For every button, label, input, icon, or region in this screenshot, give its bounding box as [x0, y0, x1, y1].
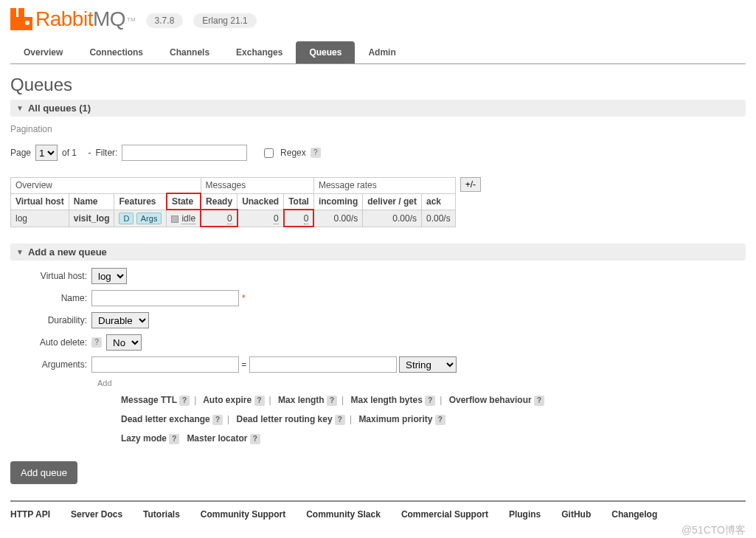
help-icon[interactable]: ? [425, 396, 435, 406]
col-deliver[interactable]: deliver / get [363, 193, 422, 210]
col-unacked[interactable]: Unacked [237, 193, 284, 210]
regex-checkbox[interactable] [264, 148, 274, 158]
page-of: of 1 [62, 148, 77, 158]
col-vhost[interactable]: Virtual host [11, 193, 69, 210]
logo[interactable]: RabbitMQ TM [10, 7, 136, 31]
col-features[interactable]: Features [114, 193, 167, 210]
name-input[interactable] [91, 290, 239, 306]
link-tutorials[interactable]: Tutorials [143, 509, 180, 520]
link-http-api[interactable]: HTTP API [10, 509, 50, 520]
argument-type-select[interactable]: String [399, 356, 457, 373]
link-changelog[interactable]: Changelog [611, 509, 657, 520]
page-title: Queues [10, 75, 746, 95]
hint-message-ttl[interactable]: Message TTL [121, 395, 177, 405]
hint-overflow[interactable]: Overflow behaviour [449, 395, 532, 405]
tab-channels[interactable]: Channels [156, 41, 223, 63]
hint-dlx[interactable]: Dead letter exchange [121, 414, 210, 424]
queues-table: Overview Messages Message rates Virtual … [10, 177, 456, 227]
col-state[interactable]: State [167, 193, 201, 210]
col-ready[interactable]: Ready [201, 193, 237, 210]
cell-ready: 0 [201, 210, 237, 227]
cell-vhost: log [11, 210, 69, 227]
arg-hints-row1: Message TTL ?| Auto expire ?| Max length… [121, 390, 746, 410]
link-commercial-support[interactable]: Commercial Support [401, 509, 488, 520]
cell-unacked: 0 [237, 210, 284, 227]
hint-auto-expire[interactable]: Auto expire [203, 395, 252, 405]
cell-ack: 0.00/s [421, 210, 455, 227]
logo-text: RabbitMQ [35, 7, 125, 31]
link-community-slack[interactable]: Community Slack [306, 509, 381, 520]
section-add-queue[interactable]: ▼ Add a new queue [10, 244, 746, 261]
link-server-docs[interactable]: Server Docs [71, 509, 122, 520]
help-icon[interactable]: ? [327, 396, 337, 406]
col-total[interactable]: Total [284, 193, 314, 210]
help-icon[interactable]: ? [435, 415, 445, 425]
argument-value-input[interactable] [249, 356, 397, 373]
col-group-overview: Overview [11, 178, 201, 194]
help-icon[interactable]: ? [534, 396, 544, 406]
col-incoming[interactable]: incoming [313, 193, 362, 210]
pagination-row: Page 1 of 1 - Filter: Regex ? [10, 145, 746, 161]
section-all-queues-label: All queues (1) [28, 103, 91, 114]
tab-overview[interactable]: Overview [10, 41, 76, 63]
cell-name[interactable]: visit_log [69, 210, 114, 227]
feature-args-badge[interactable]: Args [136, 213, 162, 224]
cell-incoming: 0.00/s [313, 210, 362, 227]
main-nav: Overview Connections Channels Exchanges … [10, 41, 746, 64]
col-name[interactable]: Name [69, 193, 114, 210]
help-icon[interactable]: ? [179, 396, 190, 406]
tab-exchanges[interactable]: Exchanges [223, 41, 296, 63]
add-queue-form: Virtual host: log Name: * Durability: Du… [10, 268, 746, 448]
page-label: Page [10, 148, 31, 158]
regex-label: Regex [280, 148, 306, 158]
section-add-queue-label: Add a new queue [28, 246, 107, 258]
autodelete-select[interactable]: No [106, 334, 142, 351]
hint-max-length[interactable]: Max length [278, 395, 325, 405]
hint-max-priority[interactable]: Maximum priority [358, 414, 432, 424]
add-queue-button[interactable]: Add queue [10, 461, 77, 484]
hint-lazy-mode[interactable]: Lazy mode [121, 433, 167, 444]
footer: HTTP API Server Docs Tutorials Community… [10, 500, 746, 537]
add-argument-link[interactable]: Add [97, 379, 746, 387]
durability-select[interactable]: Durable [91, 312, 149, 328]
cell-deliver: 0.00/s [363, 210, 422, 227]
label-durability: Durability: [10, 315, 91, 325]
help-icon[interactable]: ? [335, 415, 345, 425]
help-icon[interactable]: ? [212, 415, 223, 425]
section-all-queues[interactable]: ▼ All queues (1) [10, 100, 746, 117]
help-icon[interactable]: ? [254, 396, 265, 406]
argument-key-input[interactable] [91, 356, 239, 373]
label-name: Name: [10, 293, 91, 303]
feature-durable-badge[interactable]: D [119, 213, 133, 224]
table-row: log visit_log D Args idle 0 0 0 0.00/s 0… [11, 210, 456, 227]
page-select[interactable]: 1 [35, 145, 58, 161]
tab-queues[interactable]: Queues [296, 41, 355, 63]
link-community-support[interactable]: Community Support [201, 509, 285, 520]
link-github[interactable]: GitHub [561, 509, 591, 520]
tab-connections[interactable]: Connections [76, 41, 156, 63]
tab-admin[interactable]: Admin [355, 41, 409, 63]
arg-hints-row2: Dead letter exchange ?| Dead letter rout… [121, 410, 746, 429]
header: RabbitMQ TM 3.7.8 Erlang 21.1 [10, 7, 746, 31]
col-group-rates: Message rates [313, 178, 455, 194]
hint-dlrk[interactable]: Dead letter routing key [237, 414, 333, 424]
help-icon[interactable]: ? [250, 434, 260, 444]
hint-max-length-bytes[interactable]: Max length bytes [350, 395, 422, 405]
state-idle-icon [171, 215, 178, 223]
hint-master-locator[interactable]: Master locator [187, 433, 247, 444]
link-plugins[interactable]: Plugins [509, 509, 541, 520]
col-group-messages: Messages [201, 178, 313, 194]
erlang-badge: Erlang 21.1 [193, 13, 256, 28]
svg-point-3 [25, 21, 30, 25]
autodelete-help-icon[interactable]: ? [91, 337, 102, 348]
col-ack[interactable]: ack [421, 193, 455, 210]
help-icon[interactable]: ? [169, 434, 179, 444]
label-vhost: Virtual host: [10, 271, 91, 281]
cell-state: idle [167, 210, 201, 227]
vhost-select[interactable]: log [91, 268, 127, 284]
regex-help-icon[interactable]: ? [311, 148, 321, 158]
required-marker: * [242, 293, 246, 303]
filter-input[interactable] [122, 145, 247, 161]
columns-toggle-button[interactable]: +/- [460, 177, 481, 192]
watermark: @51CTO博客 [10, 524, 746, 537]
